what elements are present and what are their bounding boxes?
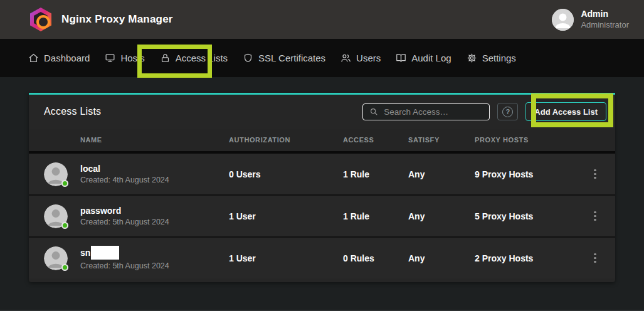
status-online-dot — [61, 180, 68, 187]
proxy-hosts-cell: 9 Proxy Hosts — [475, 169, 580, 179]
created-date: Created: 4th August 2024 — [80, 176, 229, 184]
avatar-cell — [44, 162, 80, 186]
nav-item-access-lists[interactable]: Access Lists — [160, 53, 228, 63]
user-name: Admin — [581, 9, 629, 20]
nav-label: Settings — [482, 53, 516, 63]
redaction-box — [91, 246, 119, 260]
authorization-cell: 1 User — [229, 211, 343, 221]
name-cell: local Created: 4th August 2024 — [80, 164, 229, 184]
user-avatar — [552, 9, 574, 31]
proxy-hosts-cell: 2 Proxy Hosts — [475, 253, 580, 263]
book-open-icon — [396, 53, 406, 63]
search-icon — [369, 107, 378, 116]
access-cell: 1 Rule — [343, 169, 408, 179]
actions-cell — [580, 167, 610, 182]
page: Nginx Proxy Manager Admin Administrator … — [0, 0, 644, 311]
satisfy-cell: Any — [408, 211, 475, 221]
row-menu-kebab-icon[interactable] — [580, 251, 610, 266]
lock-icon — [160, 53, 171, 63]
nav-label: Dashboard — [44, 53, 90, 63]
created-date: Created: 5th August 2024 — [80, 218, 229, 226]
authorization-cell: 1 User — [229, 253, 343, 263]
table-row-password[interactable]: password Created: 5th August 2024 1 User… — [29, 196, 615, 236]
col-header-satisfy: SATISFY — [408, 136, 475, 144]
panel-title: Access Lists — [44, 106, 101, 117]
nav-label: Hosts — [120, 53, 144, 63]
main-nav: Dashboard Hosts Access Lists SSL Certifi… — [0, 39, 644, 77]
users-icon — [340, 53, 351, 63]
gear-icon — [467, 53, 477, 63]
created-date: Created: 5th August 2024 — [80, 261, 229, 270]
user-menu[interactable]: Admin Administrator — [552, 9, 629, 31]
table-row-local[interactable]: local Created: 4th August 2024 0 Users 1… — [29, 154, 615, 194]
nav-item-settings[interactable]: Settings — [467, 53, 516, 63]
table-header-row: NAME AUTHORIZATION ACCESS SATISFY PROXY … — [29, 129, 615, 151]
status-online-dot — [61, 264, 68, 271]
nav-label: Access Lists — [176, 53, 228, 63]
access-list-name: local — [80, 164, 100, 174]
avatar — [44, 162, 68, 186]
table-row-sn[interactable]: sn Created: 5th August 2024 1 User 0 Rul… — [29, 238, 615, 278]
shield-icon — [243, 53, 253, 63]
col-header-name: NAME — [80, 136, 229, 144]
user-role: Administrator — [581, 20, 629, 30]
panel-header: Access Lists ? Add Access List — [29, 95, 615, 129]
nav-label: SSL Certificates — [258, 53, 325, 63]
nav-item-dashboard[interactable]: Dashboard — [28, 53, 90, 63]
avatar — [44, 246, 68, 270]
nav-item-hosts[interactable]: Hosts — [105, 53, 144, 63]
access-list-name: password — [80, 206, 121, 216]
nav-item-ssl-certificates[interactable]: SSL Certificates — [243, 53, 325, 63]
avatar-cell — [44, 204, 80, 228]
access-lists-panel: Access Lists ? Add Access List NAME AUTH… — [29, 93, 615, 282]
status-online-dot — [61, 222, 68, 229]
name-cell: password Created: 5th August 2024 — [80, 206, 229, 226]
access-list-name: sn — [80, 248, 90, 258]
question-circle-icon: ? — [502, 107, 513, 117]
search-box[interactable] — [362, 103, 490, 120]
add-access-list-button[interactable]: Add Access List — [525, 102, 606, 121]
access-cell: 0 Rules — [343, 253, 408, 263]
search-input[interactable] — [384, 107, 483, 117]
satisfy-cell: Any — [408, 253, 475, 263]
nav-label: Users — [356, 53, 381, 63]
row-menu-kebab-icon[interactable] — [580, 167, 610, 182]
top-header-bar: Nginx Proxy Manager Admin Administrator — [0, 0, 644, 39]
nav-item-users[interactable]: Users — [340, 53, 381, 63]
actions-cell — [580, 251, 610, 266]
col-header-access: ACCESS — [343, 136, 408, 144]
access-cell: 1 Rule — [343, 211, 408, 221]
nav-label: Audit Log — [411, 53, 451, 63]
satisfy-cell: Any — [408, 169, 475, 179]
col-header-proxy-hosts: PROXY HOSTS — [475, 136, 580, 144]
proxy-hosts-cell: 5 Proxy Hosts — [475, 211, 580, 221]
avatar-cell — [44, 246, 80, 270]
person-icon — [552, 9, 574, 31]
col-header-authorization: AUTHORIZATION — [229, 136, 343, 144]
authorization-cell: 0 Users — [229, 169, 343, 179]
row-menu-kebab-icon[interactable] — [580, 209, 610, 224]
monitor-icon — [105, 53, 115, 63]
nav-item-audit-log[interactable]: Audit Log — [396, 53, 451, 63]
avatar — [44, 204, 68, 228]
home-icon — [28, 53, 39, 63]
name-cell: sn Created: 5th August 2024 — [80, 246, 229, 270]
actions-cell — [580, 209, 610, 224]
help-button[interactable]: ? — [497, 103, 518, 120]
npm-logo-icon[interactable] — [30, 8, 51, 31]
app-title: Nginx Proxy Manager — [61, 13, 173, 26]
